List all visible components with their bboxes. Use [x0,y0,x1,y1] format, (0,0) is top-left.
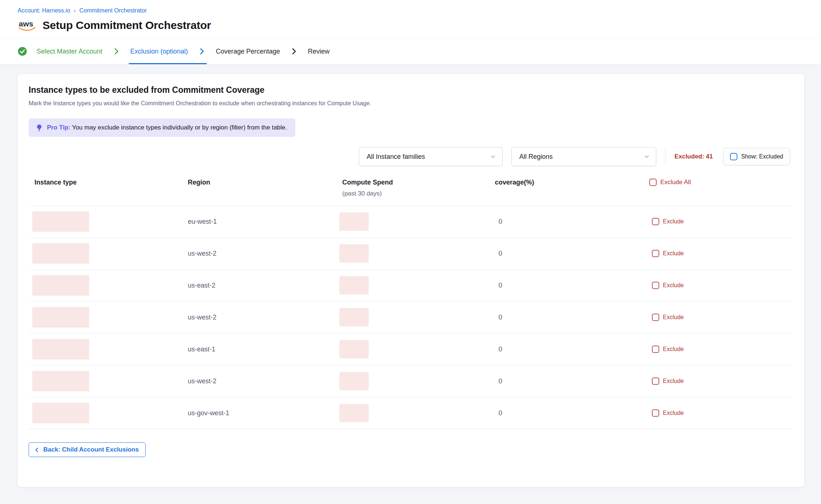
exclude-checkbox[interactable] [652,250,659,257]
chevron-right-icon [289,47,298,56]
back-button[interactable]: Back: Child Account Exclusions [29,442,146,457]
table-row: us-west-2 0 Exclude [29,365,793,397]
table-row: us-west-2 0 Exclude [29,238,793,270]
instance-type-redacted-value [32,243,89,264]
card-subtitle: Mark the Instance types you would like t… [29,100,793,107]
exclude-label: Exclude [663,378,684,384]
coverage-cell: 0 [495,346,649,353]
region-cell: us-east-2 [188,282,342,289]
step-label[interactable]: Select Master Account [37,48,102,55]
exclude-control[interactable]: Exclude [649,409,793,417]
exclude-control[interactable]: Exclude [649,314,793,321]
breadcrumb-account-link[interactable]: Account: Harness.io [18,7,70,14]
filter-row: All Instance families All Regions Exclud… [29,147,793,166]
col-header-instance-type: Instance type [34,179,188,186]
instance-type-redacted-value [32,371,89,391]
back-button-label: Back: Child Account Exclusions [43,446,139,453]
table-row: us-east-1 0 Exclude [29,333,793,365]
pro-tip-banner: Pro Tip: You may exclude instance types … [29,118,295,137]
col-header-compute-spend: Compute Spend [342,179,495,186]
pro-tip-text: You may exclude instance types individua… [72,124,287,131]
exclude-all-control[interactable]: Exclude All [649,179,793,186]
instance-type-redacted-value [32,307,89,328]
breadcrumb-page-link[interactable]: Commitment Orchestrator [79,7,147,14]
compute-spend-redacted-value [339,244,369,263]
show-excluded-label: Show: Excluded [741,153,783,160]
instance-type-redacted-value [32,275,89,296]
exclude-checkbox[interactable] [652,346,659,353]
coverage-cell: 0 [495,282,649,289]
breadcrumb: Account: Harness.io › Commitment Orchest… [18,7,803,14]
table-body: eu-west-1 0 Exclude us-west-2 0 [29,206,793,429]
table-row: us-east-2 0 Exclude [29,270,793,302]
exclude-all-checkbox[interactable] [649,179,657,186]
page-title: Setup Commitment Orchestrator [43,19,211,32]
chevron-down-icon [490,153,496,160]
exclude-control[interactable]: Exclude [649,346,793,353]
step-exclusion[interactable]: Exclusion (optional) [130,39,206,64]
exclude-label: Exclude [663,314,684,321]
chevron-down-icon [643,153,650,160]
instance-families-select[interactable]: All Instance families [359,147,503,166]
col-header-compute-spend-sub: (past 30 days) [342,190,495,197]
svg-text:aws: aws [19,19,33,28]
exclude-checkbox[interactable] [652,409,659,417]
region-cell: eu-west-1 [188,218,342,226]
breadcrumb-separator-icon: › [74,7,76,14]
region-cell: us-west-2 [188,377,342,385]
step-review[interactable]: Review [308,39,329,64]
lightbulb-icon [35,124,43,132]
pro-tip-label: Pro Tip: [47,124,70,131]
exclude-label: Exclude [663,250,684,257]
coverage-cell: 0 [495,377,649,385]
main-content: Instance types to be excluded from Commi… [0,65,821,501]
table-row: us-gov-west-1 0 Exclude [29,397,793,429]
exclude-label: Exclude [663,410,684,416]
instance-type-redacted-value [32,403,89,423]
step-label[interactable]: Coverage Percentage [216,48,280,55]
instance-type-redacted-value [32,211,89,232]
exclude-checkbox[interactable] [652,282,659,289]
app-header: Account: Harness.io › Commitment Orchest… [0,0,821,38]
exclude-control[interactable]: Exclude [649,218,793,225]
compute-spend-redacted-value [339,372,369,390]
step-coverage-percentage[interactable]: Coverage Percentage [216,39,298,64]
exclude-control[interactable]: Exclude [649,377,793,385]
aws-logo-icon: aws [18,19,37,32]
chevron-right-icon [197,47,206,56]
exclude-control[interactable]: Exclude [649,250,793,257]
region-cell: us-west-2 [188,314,342,321]
exclude-checkbox[interactable] [652,377,659,385]
exclude-checkbox[interactable] [652,218,659,225]
region-cell: us-west-2 [188,250,342,258]
exclude-label: Exclude [663,218,684,225]
step-select-master-account[interactable]: Select Master Account [18,39,121,64]
check-circle-icon [18,47,27,56]
step-label[interactable]: Exclusion (optional) [130,48,188,55]
excluded-count: Excluded: 41 [674,153,713,160]
coverage-cell: 0 [495,409,649,417]
exclude-all-label: Exclude All [660,179,691,186]
chevron-right-icon [112,47,121,56]
show-excluded-checkbox[interactable] [730,153,737,160]
show-excluded-toggle[interactable]: Show: Excluded [723,148,790,165]
exclude-checkbox[interactable] [652,314,659,321]
region-cell: us-east-1 [188,346,342,353]
compute-spend-redacted-value [339,404,369,422]
regions-value: All Regions [519,153,552,161]
exclude-control[interactable]: Exclude [649,282,793,289]
compute-spend-redacted-value [339,276,369,295]
regions-select[interactable]: All Regions [511,147,656,166]
wizard-stepper: Select Master Account Exclusion (optiona… [0,38,821,65]
table-row: us-west-2 0 Exclude [29,302,793,333]
coverage-cell: 0 [495,218,649,226]
instance-families-value: All Instance families [366,153,425,161]
table-row: eu-west-1 0 Exclude [29,206,793,238]
region-cell: us-gov-west-1 [188,409,342,417]
col-header-coverage: coverage(%) [495,179,649,186]
col-header-region: Region [188,179,342,186]
filter-divider [665,149,665,165]
chevron-left-icon [34,447,40,453]
step-label[interactable]: Review [308,48,329,55]
compute-spend-redacted-value [339,212,369,231]
